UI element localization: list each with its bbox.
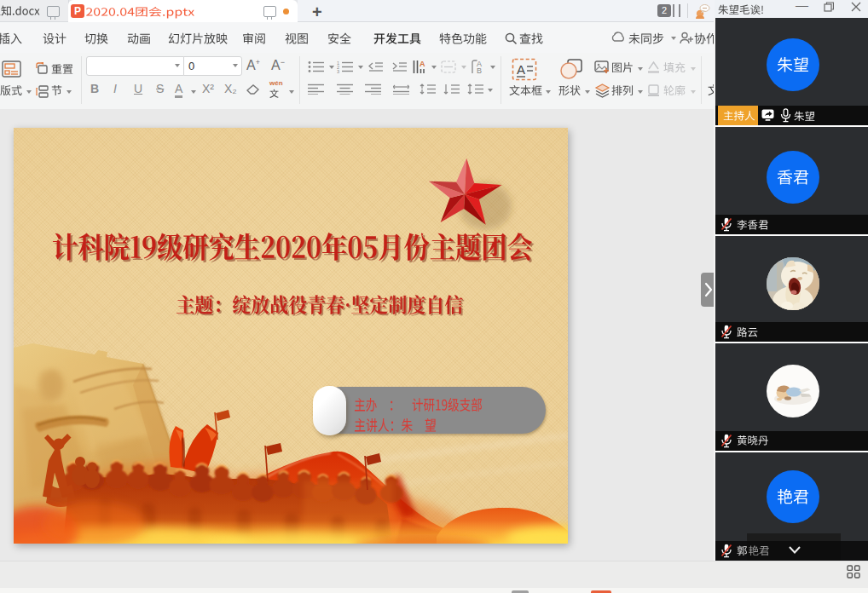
svg-text:3: 3 bbox=[337, 69, 339, 73]
svg-text:A: A bbox=[420, 60, 425, 68]
svg-text:A: A bbox=[517, 62, 525, 77]
svg-text:B: B bbox=[477, 66, 482, 74]
